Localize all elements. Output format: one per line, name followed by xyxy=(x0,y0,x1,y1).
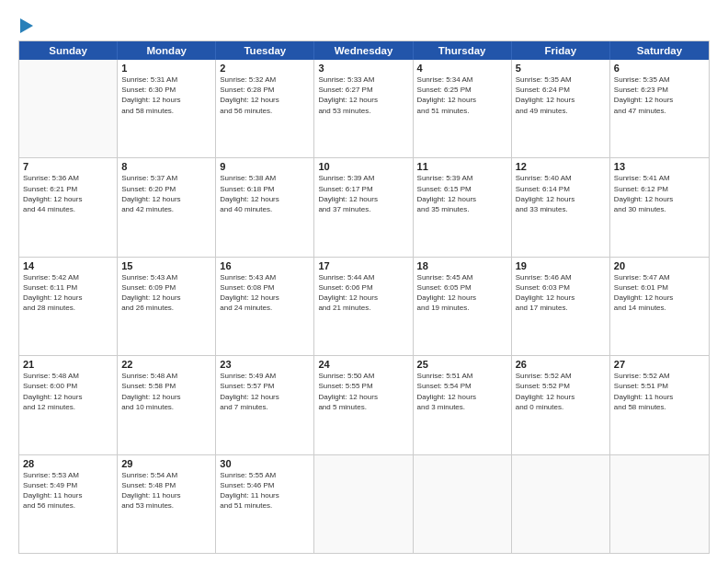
calendar-cell xyxy=(314,455,413,553)
day-number: 21 xyxy=(23,359,113,370)
day-number: 11 xyxy=(417,161,507,172)
day-number: 25 xyxy=(417,359,507,370)
calendar-cell: 26Sunrise: 5:52 AMSunset: 5:52 PMDayligh… xyxy=(512,356,610,454)
day-info: Sunrise: 5:35 AMSunset: 6:23 PMDaylight:… xyxy=(614,75,705,116)
calendar-week-2: 7Sunrise: 5:36 AMSunset: 6:21 PMDaylight… xyxy=(19,158,709,257)
calendar-cell: 18Sunrise: 5:45 AMSunset: 6:05 PMDayligh… xyxy=(414,258,512,355)
calendar-cell: 13Sunrise: 5:41 AMSunset: 6:12 PMDayligh… xyxy=(610,158,709,256)
day-number: 20 xyxy=(614,260,705,271)
calendar-cell: 11Sunrise: 5:39 AMSunset: 6:15 PMDayligh… xyxy=(414,158,512,256)
day-info: Sunrise: 5:37 AMSunset: 6:20 PMDaylight:… xyxy=(121,173,211,214)
header-day-tuesday: Tuesday xyxy=(216,41,314,60)
calendar-cell: 12Sunrise: 5:40 AMSunset: 6:14 PMDayligh… xyxy=(512,158,610,256)
day-info: Sunrise: 5:40 AMSunset: 6:14 PMDaylight:… xyxy=(516,173,606,214)
day-info: Sunrise: 5:41 AMSunset: 6:12 PMDaylight:… xyxy=(614,173,705,214)
day-number: 23 xyxy=(220,359,310,370)
day-number: 13 xyxy=(614,161,705,172)
day-number: 18 xyxy=(417,260,507,271)
day-number: 19 xyxy=(516,260,606,271)
calendar-cell: 4Sunrise: 5:34 AMSunset: 6:25 PMDaylight… xyxy=(414,60,512,157)
day-number: 30 xyxy=(220,458,310,469)
calendar-cell: 16Sunrise: 5:43 AMSunset: 6:08 PMDayligh… xyxy=(216,258,314,355)
day-info: Sunrise: 5:39 AMSunset: 6:17 PMDaylight:… xyxy=(318,173,408,214)
day-info: Sunrise: 5:43 AMSunset: 6:08 PMDaylight:… xyxy=(220,272,310,314)
day-number: 1 xyxy=(121,63,211,74)
day-info: Sunrise: 5:32 AMSunset: 6:28 PMDaylight:… xyxy=(220,75,310,116)
day-info: Sunrise: 5:44 AMSunset: 6:06 PMDaylight:… xyxy=(318,272,408,314)
day-number: 3 xyxy=(318,63,408,74)
day-number: 7 xyxy=(23,161,113,172)
header-day-thursday: Thursday xyxy=(414,41,512,60)
header-day-sunday: Sunday xyxy=(19,41,118,60)
header-day-friday: Friday xyxy=(512,41,610,60)
day-info: Sunrise: 5:34 AMSunset: 6:25 PMDaylight:… xyxy=(417,75,507,116)
calendar-week-4: 21Sunrise: 5:48 AMSunset: 6:00 PMDayligh… xyxy=(19,356,709,454)
day-info: Sunrise: 5:51 AMSunset: 5:54 PMDaylight:… xyxy=(417,371,507,412)
calendar-cell: 30Sunrise: 5:55 AMSunset: 5:46 PMDayligh… xyxy=(216,455,314,553)
day-info: Sunrise: 5:50 AMSunset: 5:55 PMDaylight:… xyxy=(318,371,408,412)
header-day-wednesday: Wednesday xyxy=(314,41,413,60)
day-number: 4 xyxy=(417,63,507,74)
day-info: Sunrise: 5:53 AMSunset: 5:49 PMDaylight:… xyxy=(23,470,113,511)
day-number: 27 xyxy=(614,359,705,370)
day-number: 24 xyxy=(318,359,408,370)
calendar-cell: 25Sunrise: 5:51 AMSunset: 5:54 PMDayligh… xyxy=(414,356,512,454)
page: SundayMondayTuesdayWednesdayThursdayFrid… xyxy=(0,0,728,563)
calendar-cell: 19Sunrise: 5:46 AMSunset: 6:03 PMDayligh… xyxy=(512,258,610,355)
calendar: SundayMondayTuesdayWednesdayThursdayFrid… xyxy=(18,40,710,554)
day-info: Sunrise: 5:54 AMSunset: 5:48 PMDaylight:… xyxy=(121,470,211,511)
calendar-cell xyxy=(512,455,610,553)
calendar-cell xyxy=(610,455,709,553)
calendar-cell: 28Sunrise: 5:53 AMSunset: 5:49 PMDayligh… xyxy=(19,455,118,553)
header-day-saturday: Saturday xyxy=(610,41,709,60)
day-info: Sunrise: 5:52 AMSunset: 5:52 PMDaylight:… xyxy=(516,371,606,412)
day-info: Sunrise: 5:55 AMSunset: 5:46 PMDaylight:… xyxy=(220,470,310,511)
calendar-cell xyxy=(19,60,118,157)
day-info: Sunrise: 5:38 AMSunset: 6:18 PMDaylight:… xyxy=(220,173,310,214)
day-number: 26 xyxy=(516,359,606,370)
calendar-cell: 20Sunrise: 5:47 AMSunset: 6:01 PMDayligh… xyxy=(610,258,709,355)
calendar-cell: 9Sunrise: 5:38 AMSunset: 6:18 PMDaylight… xyxy=(216,158,314,256)
calendar-cell: 27Sunrise: 5:52 AMSunset: 5:51 PMDayligh… xyxy=(610,356,709,454)
day-number: 9 xyxy=(220,161,310,172)
calendar-cell: 6Sunrise: 5:35 AMSunset: 6:23 PMDaylight… xyxy=(610,60,709,157)
day-number: 10 xyxy=(318,161,408,172)
header-day-monday: Monday xyxy=(118,41,216,60)
day-info: Sunrise: 5:48 AMSunset: 5:58 PMDaylight:… xyxy=(121,371,211,412)
calendar-cell: 14Sunrise: 5:42 AMSunset: 6:11 PMDayligh… xyxy=(19,258,118,355)
day-number: 5 xyxy=(516,63,606,74)
day-number: 2 xyxy=(220,63,310,74)
logo xyxy=(18,18,33,33)
calendar-cell: 1Sunrise: 5:31 AMSunset: 6:30 PMDaylight… xyxy=(118,60,216,157)
header xyxy=(18,15,710,33)
day-number: 15 xyxy=(121,260,211,271)
day-info: Sunrise: 5:47 AMSunset: 6:01 PMDaylight:… xyxy=(614,272,705,314)
calendar-cell: 10Sunrise: 5:39 AMSunset: 6:17 PMDayligh… xyxy=(314,158,413,256)
day-number: 29 xyxy=(121,458,211,469)
day-info: Sunrise: 5:36 AMSunset: 6:21 PMDaylight:… xyxy=(23,173,113,214)
day-info: Sunrise: 5:45 AMSunset: 6:05 PMDaylight:… xyxy=(417,272,507,314)
day-number: 14 xyxy=(23,260,113,271)
calendar-cell xyxy=(414,455,512,553)
day-info: Sunrise: 5:39 AMSunset: 6:15 PMDaylight:… xyxy=(417,173,507,214)
day-info: Sunrise: 5:48 AMSunset: 6:00 PMDaylight:… xyxy=(23,371,113,412)
calendar-cell: 29Sunrise: 5:54 AMSunset: 5:48 PMDayligh… xyxy=(118,455,216,553)
day-info: Sunrise: 5:49 AMSunset: 5:57 PMDaylight:… xyxy=(220,371,310,412)
calendar-cell: 5Sunrise: 5:35 AMSunset: 6:24 PMDaylight… xyxy=(512,60,610,157)
day-info: Sunrise: 5:43 AMSunset: 6:09 PMDaylight:… xyxy=(121,272,211,314)
day-info: Sunrise: 5:52 AMSunset: 5:51 PMDaylight:… xyxy=(614,371,705,412)
logo-arrow-icon xyxy=(20,18,33,33)
calendar-cell: 15Sunrise: 5:43 AMSunset: 6:09 PMDayligh… xyxy=(118,258,216,355)
day-number: 28 xyxy=(23,458,113,469)
day-number: 6 xyxy=(614,63,705,74)
day-number: 8 xyxy=(121,161,211,172)
calendar-cell: 23Sunrise: 5:49 AMSunset: 5:57 PMDayligh… xyxy=(216,356,314,454)
day-info: Sunrise: 5:31 AMSunset: 6:30 PMDaylight:… xyxy=(121,75,211,116)
day-number: 16 xyxy=(220,260,310,271)
day-info: Sunrise: 5:46 AMSunset: 6:03 PMDaylight:… xyxy=(516,272,606,314)
calendar-cell: 7Sunrise: 5:36 AMSunset: 6:21 PMDaylight… xyxy=(19,158,118,256)
calendar-week-5: 28Sunrise: 5:53 AMSunset: 5:49 PMDayligh… xyxy=(19,455,709,553)
calendar-cell: 17Sunrise: 5:44 AMSunset: 6:06 PMDayligh… xyxy=(314,258,413,355)
day-info: Sunrise: 5:42 AMSunset: 6:11 PMDaylight:… xyxy=(23,272,113,314)
calendar-cell: 8Sunrise: 5:37 AMSunset: 6:20 PMDaylight… xyxy=(118,158,216,256)
